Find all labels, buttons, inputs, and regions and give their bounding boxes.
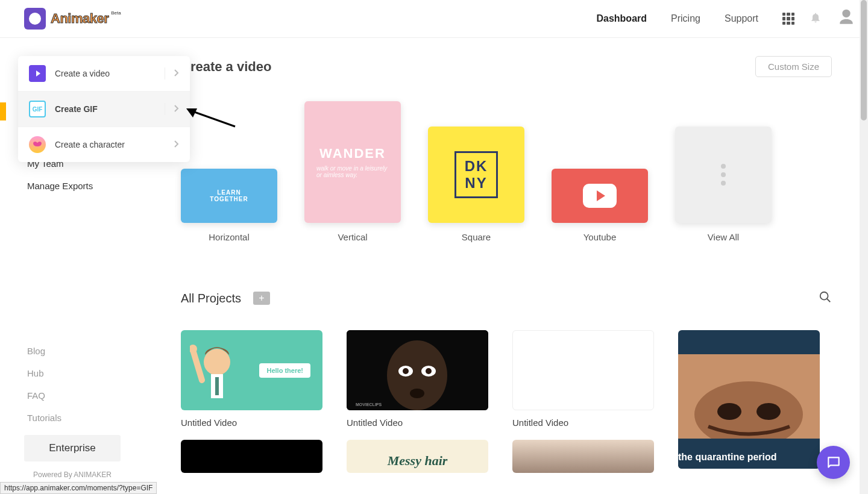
enterprise-button[interactable]: Enterprise <box>24 435 121 461</box>
template-youtube[interactable]: Youtube <box>552 169 648 242</box>
project-thumb <box>512 440 654 473</box>
projects-grid: Hello there! Untitled Video MOVIECLIPS <box>181 330 832 473</box>
template-horizontal-text1: LEARN <box>217 189 241 196</box>
project-card[interactable]: Hello there! Untitled Video <box>181 330 335 428</box>
status-bar: https://app.animaker.com/moments/?type=G… <box>0 482 157 494</box>
project-thumb: Hello there! <box>181 330 322 410</box>
sidebar-link-hub[interactable]: Hub <box>27 368 133 378</box>
template-square-thumb: DK NY <box>428 127 524 223</box>
project-animal-art <box>678 354 820 439</box>
header-icons <box>782 8 856 30</box>
project-card[interactable]: Messy hair <box>347 440 500 473</box>
arrow-annotation <box>184 105 238 132</box>
sidebar-link-faq[interactable]: FAQ <box>27 390 133 401</box>
template-square-text: DK NY <box>454 151 498 198</box>
svg-rect-5 <box>215 377 219 395</box>
chevron-right-icon <box>174 105 179 114</box>
template-square[interactable]: DK NY Square <box>428 127 524 242</box>
custom-size-button[interactable]: Custom Size <box>755 56 832 77</box>
template-view-all[interactable]: View All <box>675 127 772 242</box>
project-thumb <box>181 440 322 473</box>
template-vertical[interactable]: WANDER walk or move in a leisurely or ai… <box>304 101 401 242</box>
svg-point-11 <box>426 368 432 374</box>
video-icon <box>29 65 46 82</box>
apps-icon[interactable] <box>782 13 794 25</box>
project-label: Untitled Video <box>181 417 335 428</box>
project-label: Untitled Video <box>347 417 500 428</box>
project-card[interactable] <box>512 440 666 473</box>
project-thumb: Messy hair <box>347 440 488 473</box>
nav-pricing[interactable]: Pricing <box>671 13 700 24</box>
project-thumb <box>512 330 654 410</box>
template-horizontal-thumb: LEARN TOGETHER <box>181 169 277 223</box>
projects-header: All Projects <box>181 290 832 306</box>
template-youtube-label: Youtube <box>583 232 617 242</box>
search-icon[interactable] <box>819 290 832 306</box>
projects-title: All Projects <box>181 292 241 305</box>
template-viewall-thumb <box>675 127 772 223</box>
divider <box>165 67 165 80</box>
project-thumb-text-bottom: the quarantine period <box>678 446 820 469</box>
chevron-right-icon <box>174 140 179 149</box>
nav-dashboard[interactable]: Dashboard <box>596 13 647 24</box>
sidebar-item-manage-exports[interactable]: Manage Exports <box>0 175 145 197</box>
project-label: Untitled Video <box>512 417 666 428</box>
flyout-label: Create a character <box>55 140 156 149</box>
project-card[interactable]: Untitled Video <box>512 330 666 428</box>
template-vertical-label: Vertical <box>338 232 367 242</box>
template-horizontal-label: Horizontal <box>209 232 250 242</box>
sidebar-link-blog[interactable]: Blog <box>27 346 133 356</box>
create-flyout: Create a video GIF Create GIF Create a c… <box>18 56 190 162</box>
template-vertical-text1: WANDER <box>319 146 386 161</box>
template-horizontal[interactable]: LEARN TOGETHER Horizontal <box>181 169 277 242</box>
logo-beta-badge: Beta <box>111 10 121 16</box>
create-video-header: Create a video Custom Size <box>181 56 832 77</box>
sidebar-link-tutorials[interactable]: Tutorials <box>27 413 133 423</box>
template-square-text2: NY <box>465 175 488 192</box>
logo-text: Animaker <box>51 11 108 27</box>
main-content: Create a video Custom Size LEARN TOGETHE… <box>145 38 868 494</box>
project-card[interactable]: MOVIECLIPS Untitled Video <box>347 330 500 428</box>
flyout-label: Create GIF <box>55 104 156 114</box>
flyout-create-character[interactable]: Create a character <box>18 127 190 162</box>
scrollbar-thumb[interactable] <box>861 0 867 120</box>
create-strip-accent <box>0 102 6 120</box>
svg-point-16 <box>717 403 741 420</box>
svg-point-10 <box>403 368 409 374</box>
template-youtube-thumb <box>552 169 648 223</box>
svg-point-7 <box>387 340 447 410</box>
svg-point-12 <box>410 389 424 398</box>
flyout-create-gif[interactable]: GIF Create GIF <box>18 92 190 127</box>
project-card[interactable]: Only thing I am doing in the quarantine … <box>678 330 832 473</box>
gif-icon: GIF <box>29 101 46 117</box>
character-icon <box>190 338 244 410</box>
header: Animaker Beta Dashboard Pricing Support <box>0 0 868 38</box>
template-vertical-text2: walk or move in a leisurely or aimless w… <box>316 165 389 178</box>
sidebar-bottom-links: Blog Hub FAQ Tutorials <box>0 346 145 429</box>
project-thumb-text: Messy hair <box>388 453 448 469</box>
avatar-icon[interactable] <box>837 8 856 30</box>
chevron-right-icon <box>174 69 179 78</box>
project-card[interactable] <box>181 440 335 473</box>
add-folder-icon[interactable] <box>253 292 270 305</box>
youtube-play-icon <box>583 184 617 208</box>
bell-icon[interactable] <box>810 11 822 27</box>
svg-line-18 <box>193 111 235 127</box>
nav: Dashboard Pricing Support <box>596 13 758 24</box>
logo[interactable]: Animaker Beta <box>24 8 121 30</box>
template-viewall-label: View All <box>708 232 739 242</box>
chat-button[interactable] <box>817 446 850 479</box>
divider <box>165 103 165 115</box>
project-thumb: MOVIECLIPS <box>347 330 488 410</box>
header-right: Dashboard Pricing Support <box>596 8 856 30</box>
nav-support[interactable]: Support <box>725 13 758 24</box>
svg-point-17 <box>756 403 781 420</box>
character-icon <box>29 136 46 153</box>
logo-icon <box>24 8 46 30</box>
scrollbar[interactable] <box>860 0 868 494</box>
powered-by: Powered By ANIMAKER <box>0 471 145 479</box>
template-row: LEARN TOGETHER Horizontal WANDER walk or… <box>181 101 832 242</box>
flyout-create-video[interactable]: Create a video <box>18 56 190 92</box>
template-square-text1: DK <box>465 158 488 175</box>
project-face-art: MOVIECLIPS <box>347 330 488 410</box>
